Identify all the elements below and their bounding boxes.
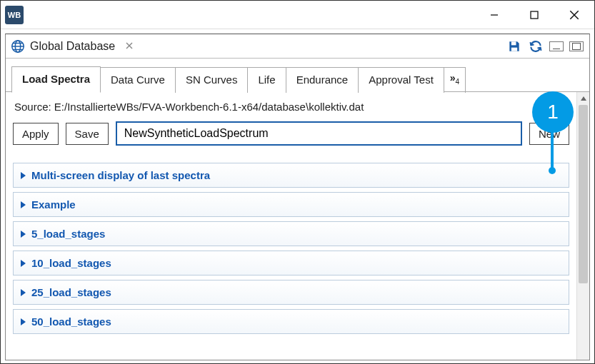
vertical-scrollbar[interactable] bbox=[576, 92, 589, 360]
list-item-label: 10_load_stages bbox=[31, 257, 111, 269]
spectra-list: Example bbox=[13, 192, 569, 217]
view-maximize-button[interactable] bbox=[569, 41, 584, 51]
callout-connector bbox=[551, 130, 554, 168]
save-button[interactable]: Save bbox=[66, 123, 109, 145]
list-item[interactable]: Example bbox=[14, 193, 569, 217]
spectra-list: 10_load_stages bbox=[13, 251, 569, 275]
spectra-list: 5_load_stages bbox=[13, 221, 569, 246]
caret-right-icon bbox=[21, 231, 26, 238]
window-maximize-button[interactable] bbox=[514, 1, 554, 29]
list-item-label: Example bbox=[31, 198, 76, 211]
main-panel: 1 Global Database bbox=[5, 34, 590, 360]
svg-rect-10 bbox=[511, 47, 517, 51]
list-item-label: 5_load_stages bbox=[31, 228, 105, 240]
list-item[interactable]: 25_load_stages bbox=[14, 280, 569, 305]
view-title: Global Database bbox=[30, 40, 115, 53]
tab-overflow-button[interactable]: »4 bbox=[444, 67, 466, 93]
caret-right-icon bbox=[21, 318, 26, 325]
svg-rect-1 bbox=[531, 11, 538, 19]
svg-marker-11 bbox=[581, 96, 586, 101]
list-item[interactable]: 10_load_stages bbox=[14, 251, 569, 275]
spectra-list: 50_load_stages bbox=[13, 309, 569, 334]
chevron-right-icon: » bbox=[450, 72, 456, 84]
list-item-label: 50_load_stages bbox=[31, 315, 111, 328]
tab-life[interactable]: Life bbox=[248, 67, 286, 93]
caret-right-icon bbox=[21, 260, 26, 267]
globe-icon bbox=[10, 39, 26, 54]
spectra-list: Multi-screen display of last spectra bbox=[13, 163, 569, 188]
svg-rect-9 bbox=[511, 41, 516, 45]
window-titlebar: WB bbox=[1, 1, 594, 29]
view-minimize-button[interactable] bbox=[549, 41, 564, 51]
list-item-label: 25_load_stages bbox=[31, 286, 111, 298]
tab-endurance[interactable]: Endurance bbox=[286, 67, 359, 93]
tab-data-curve[interactable]: Data Curve bbox=[101, 67, 176, 93]
tab-content: Source: E:/InstallierteWBs/FVA-Workbench… bbox=[6, 92, 576, 360]
window-minimize-button[interactable] bbox=[474, 1, 514, 29]
caret-right-icon bbox=[21, 172, 26, 179]
list-item-label: Multi-screen display of last spectra bbox=[31, 169, 210, 181]
refresh-icon[interactable] bbox=[528, 39, 544, 54]
view-close-icon[interactable] bbox=[121, 41, 138, 52]
spectrum-name-input[interactable] bbox=[116, 121, 522, 146]
source-label: Source: E:/InstallierteWBs/FVA-Workbench… bbox=[14, 101, 569, 113]
tab-approval-test[interactable]: Approval Test bbox=[359, 67, 444, 93]
apply-button[interactable]: Apply bbox=[13, 123, 59, 145]
spectra-list: 25_load_stages bbox=[13, 280, 569, 305]
list-item[interactable]: 5_load_stages bbox=[14, 222, 569, 246]
tab-sn-curves[interactable]: SN Curves bbox=[176, 67, 249, 93]
list-item[interactable]: Multi-screen display of last spectra bbox=[14, 163, 569, 188]
list-item[interactable]: 50_load_stages bbox=[14, 310, 569, 334]
scroll-up-icon[interactable] bbox=[577, 92, 589, 105]
caret-right-icon bbox=[21, 201, 26, 208]
caret-right-icon bbox=[21, 289, 26, 296]
scroll-thumb[interactable] bbox=[579, 105, 588, 283]
tab-bar: Load Spectra Data Curve SN Curves Life E… bbox=[6, 59, 589, 92]
app-icon: WB bbox=[5, 6, 24, 24]
view-header: Global Database bbox=[6, 34, 589, 59]
callout-dot bbox=[549, 167, 556, 174]
callout-badge: 1 bbox=[532, 91, 574, 133]
tab-load-spectra[interactable]: Load Spectra bbox=[11, 66, 101, 93]
window-close-button[interactable] bbox=[554, 1, 594, 29]
save-icon[interactable] bbox=[506, 39, 522, 54]
